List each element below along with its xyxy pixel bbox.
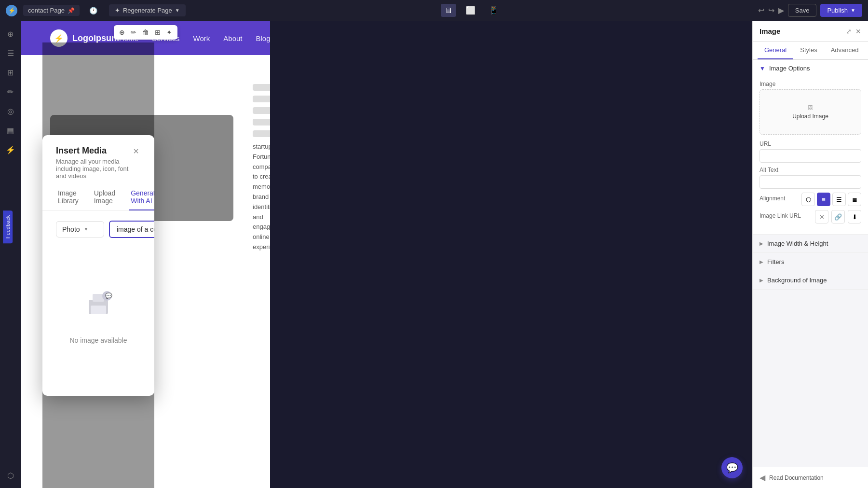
panel-body: ▼ Image Options Image 🖼 Upload Image URL…	[753, 60, 868, 467]
modal-tabs: Image Library Upload Image Generate With…	[42, 184, 154, 211]
desktop-button[interactable]: 🖥	[441, 4, 456, 17]
device-switcher: 🖥 ⬜ 📱	[191, 4, 752, 17]
alignment-buttons: ⬡ ≡ ☰ ≣	[801, 193, 861, 206]
modal-title: Insert Media	[56, 146, 131, 156]
url-label: URL	[760, 140, 861, 147]
panel-tab-styles[interactable]: Styles	[793, 42, 824, 59]
panel-footer: ◀ Read Documentation	[753, 467, 868, 488]
align-left-icon[interactable]: ⬡	[801, 193, 815, 206]
modal-body: Photo ▼ Landscape ▼ Generate	[42, 211, 154, 396]
feedback-tab[interactable]: Feedback	[3, 210, 13, 243]
nav-link-work[interactable]: Work	[193, 34, 210, 42]
app-logo[interactable]: ⚡	[6, 5, 17, 16]
sidebar-edit[interactable]: ✏	[2, 83, 19, 100]
sidebar-settings[interactable]: ⬡	[2, 467, 19, 484]
background-header[interactable]: ▶ Background of Image	[753, 271, 868, 289]
align-right-icon[interactable]: ☰	[832, 193, 846, 206]
sidebar-add[interactable]: ⊕	[2, 25, 19, 42]
type-dropdown-icon: ▼	[84, 226, 89, 232]
modal-overlay: Insert Media Manage all your media inclu…	[42, 42, 154, 488]
regen-dropdown-icon: ▼	[175, 8, 180, 13]
svg-rect-2	[91, 306, 106, 314]
background-title: Background of Image	[767, 277, 827, 284]
read-docs-link[interactable]: Read Documentation	[769, 474, 824, 481]
modal-subtitle: Manage all your media including image, i…	[56, 158, 131, 180]
preview-button[interactable]: ▶	[778, 6, 784, 15]
publish-dropdown-icon: ▼	[851, 8, 855, 13]
publish-button[interactable]: Publish ▼	[820, 4, 862, 17]
logo-icon: ⚡	[8, 7, 15, 14]
collapse-panel-icon[interactable]: ◀	[760, 473, 765, 482]
tab-upload-image[interactable]: Upload Image	[92, 184, 117, 210]
tab-image-library[interactable]: Image Library	[56, 184, 81, 210]
toolbar-copy-icon[interactable]: ⊞	[153, 27, 162, 38]
modal-close-button[interactable]: ×	[131, 146, 141, 157]
width-height-chevron: ▶	[760, 241, 763, 246]
panel-close-icon[interactable]: ✕	[855, 28, 861, 35]
modal-empty-state: 💬 No image available	[56, 248, 141, 382]
filters-chevron: ▶	[760, 259, 763, 265]
image-options-section: ▼ Image Options Image 🖼 Upload Image URL…	[753, 60, 868, 235]
type-select[interactable]: Photo ▼	[56, 221, 104, 237]
panel-tabs: General Styles Advanced	[753, 42, 868, 60]
width-height-header[interactable]: ▶ Image Width & Height	[753, 235, 868, 252]
align-center-icon[interactable]: ≡	[817, 193, 830, 206]
upload-image-label: Upload Image	[765, 113, 856, 120]
link-download-button[interactable]: ⬇	[848, 210, 861, 223]
topbar-right: ↩ ↪ ▶ Save Publish ▼	[758, 4, 862, 17]
tab-generate-ai[interactable]: Generate With AI	[129, 184, 154, 210]
alignment-row: Alignment ⬡ ≡ ☰ ≣	[760, 193, 861, 206]
insert-media-modal: Insert Media Manage all your media inclu…	[42, 135, 154, 396]
panel-tab-general[interactable]: General	[758, 42, 793, 59]
sidebar-integrations[interactable]: ⚡	[2, 141, 19, 158]
filters-section: ▶ Filters	[753, 253, 868, 271]
panel-header: Image ⤢ ✕	[753, 21, 868, 42]
width-height-title: Image Width & Height	[767, 240, 828, 247]
save-button[interactable]: Save	[788, 4, 817, 17]
page-tab[interactable]: contact Page 📌	[23, 5, 80, 16]
content-text: startups to Fortune 500 companies to cre…	[253, 84, 270, 252]
background-chevron: ▶	[760, 278, 763, 283]
filters-title: Filters	[767, 258, 784, 265]
toolbar-delete-icon[interactable]: 🗑	[141, 27, 150, 38]
image-options-title: Image Options	[769, 65, 810, 72]
tablet-button[interactable]: ⬜	[462, 4, 479, 17]
panel-expand-icon[interactable]: ⤢	[846, 28, 852, 35]
regen-icon: ✦	[115, 7, 120, 14]
search-input[interactable]	[109, 221, 154, 238]
left-sidebar: ⊕ ☰ ⊞ ✏ ◎ ▦ ⚡ ⬡	[0, 21, 21, 488]
mobile-button[interactable]: 📱	[485, 4, 502, 17]
filters-header[interactable]: ▶ Filters	[753, 253, 868, 271]
page-tab-label: contact Page	[28, 7, 65, 14]
regenerate-button[interactable]: ✦ Regenerate Page ▼	[109, 4, 186, 16]
toolbar-edit-icon[interactable]: ✏	[129, 27, 138, 38]
upload-image-icon: 🖼	[765, 104, 856, 110]
panel-tab-advanced[interactable]: Advanced	[824, 42, 866, 59]
alt-text-input[interactable]	[760, 175, 861, 189]
sidebar-layers[interactable]: ☰	[2, 44, 19, 62]
sidebar-components[interactable]: ⊞	[2, 64, 19, 81]
link-url-button[interactable]: 🔗	[831, 210, 845, 223]
history-icon[interactable]: 🕐	[87, 6, 99, 15]
alignment-label: Alignment	[760, 195, 785, 202]
image-options-header[interactable]: ▼ Image Options	[753, 60, 868, 77]
redo-button[interactable]: ↪	[768, 6, 774, 15]
panel-title: Image	[760, 27, 780, 35]
sidebar-elements[interactable]: ▦	[2, 122, 19, 139]
modal-header: Insert Media Manage all your media inclu…	[42, 135, 154, 184]
toolbar-select-icon[interactable]: ✦	[165, 27, 174, 38]
url-input[interactable]	[760, 149, 861, 163]
nav-link-about[interactable]: About	[223, 34, 242, 42]
sidebar-media[interactable]: ◎	[2, 102, 19, 120]
undo-button[interactable]: ↩	[758, 6, 764, 15]
canvas-toolbar: ⊕ ✏ 🗑 ⊞ ✦	[114, 25, 177, 40]
image-link-row: Image Link URL ✕ 🔗 ⬇	[760, 210, 861, 223]
panel-header-icons: ⤢ ✕	[846, 28, 861, 35]
chat-bubble-button[interactable]: 💬	[721, 457, 743, 478]
align-justify-icon[interactable]: ≣	[848, 193, 861, 206]
upload-image-area[interactable]: 🖼 Upload Image	[760, 89, 861, 135]
nav-link-blog[interactable]: Blog	[256, 34, 270, 42]
background-section: ▶ Background of Image	[753, 271, 868, 290]
link-delete-button[interactable]: ✕	[815, 210, 828, 223]
toolbar-add-icon[interactable]: ⊕	[118, 27, 126, 38]
